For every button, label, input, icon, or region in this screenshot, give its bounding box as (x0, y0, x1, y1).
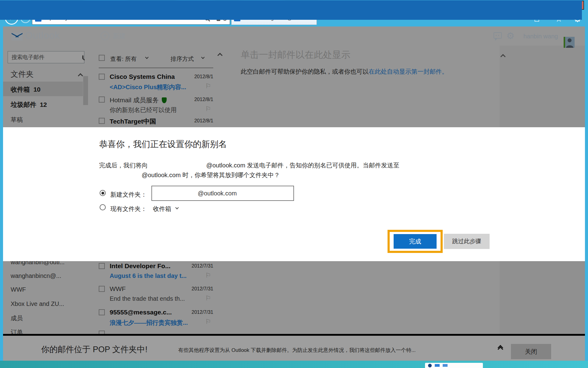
alias-setup-dialog: 恭喜你，我们正在设置你的新别名 完成后，我们将向@outlook.com 发送电… (3, 127, 585, 261)
dialog-title: 恭喜你，我们正在设置你的新别名 (99, 138, 227, 150)
new-folder-radio[interactable] (100, 190, 106, 196)
redacted-email-name (99, 171, 142, 177)
folder-dropdown-chevron-icon[interactable] (175, 206, 179, 209)
popup-glyph-icon (443, 364, 448, 367)
new-folder-name-input[interactable] (151, 186, 294, 201)
dialog-body-line2: @outlook.com 时，你希望将其放到哪个文件夹中？ (99, 171, 280, 179)
popup-globe-icon (428, 364, 432, 367)
skip-step-button[interactable]: 跳过此步骤 (444, 234, 490, 249)
existing-folder-radio[interactable] (100, 204, 106, 210)
outlook-header (0, 0, 582, 20)
redacted-email-name (148, 161, 206, 167)
taskbar-popup-fragment (425, 363, 483, 368)
existing-folder-dropdown[interactable]: 收件箱 (153, 205, 171, 213)
done-button-highlight: 完成 (388, 230, 443, 253)
existing-folder-label: 现有文件夹： (110, 205, 147, 213)
popup-glyph-icon (435, 364, 440, 367)
dialog-body-line1: 完成后，我们将向@outlook.com 发送电子邮件，告知你的别名已可供使用。… (99, 161, 399, 170)
new-folder-label: 新建文件夹： (110, 191, 147, 199)
desktop-bottom-strip (0, 361, 588, 368)
done-button[interactable]: 完成 (394, 234, 437, 249)
